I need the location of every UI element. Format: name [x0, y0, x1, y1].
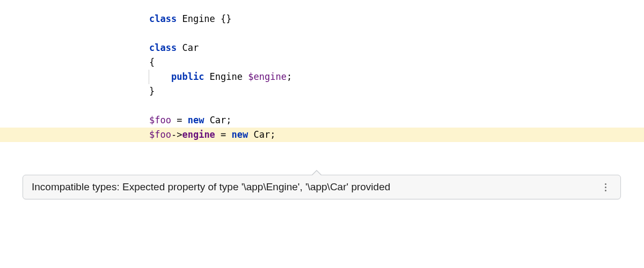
- tooltip-body: Incompatible types: Expected property of…: [23, 175, 621, 199]
- dot-icon: [605, 183, 606, 185]
- var-foo: $foo: [149, 115, 171, 125]
- prop-engine: engine: [182, 129, 215, 140]
- code-line[interactable]: }: [0, 84, 644, 99]
- inspection-tooltip: Incompatible types: Expected property of…: [23, 175, 621, 199]
- code-line-blank[interactable]: [0, 26, 644, 41]
- type-car: Car: [177, 42, 199, 53]
- dot-icon: [605, 187, 606, 188]
- op-assign: =: [171, 115, 188, 125]
- type-engine: Engine: [204, 71, 248, 82]
- tooltip-message: Incompatible types: Expected property of…: [32, 181, 590, 193]
- keyword-public: public: [171, 71, 204, 82]
- brace-close: }: [149, 86, 155, 96]
- code-line-blank[interactable]: [0, 99, 644, 113]
- op-arrow: ->: [171, 129, 182, 140]
- type-engine: Engine: [177, 13, 221, 24]
- code-line[interactable]: {: [0, 55, 644, 70]
- code-editor[interactable]: class Engine {} class Car { public Engin…: [0, 0, 644, 142]
- semicolon: ;: [270, 129, 275, 140]
- type-car: Car: [248, 129, 270, 140]
- keyword-class: class: [149, 13, 177, 24]
- dot-icon: [605, 190, 606, 191]
- tooltip-arrow-inner: [312, 171, 321, 176]
- code-line[interactable]: $foo = new Car;: [0, 113, 644, 128]
- type-car: Car: [204, 115, 226, 125]
- indent: [149, 71, 171, 82]
- var-engine: $engine: [248, 71, 287, 82]
- keyword-class: class: [149, 42, 177, 53]
- semicolon: ;: [287, 71, 292, 82]
- brace-open: {: [149, 57, 155, 68]
- op-assign: =: [215, 129, 232, 140]
- code-line[interactable]: public Engine $engine;: [0, 70, 644, 84]
- code-line[interactable]: class Car: [0, 41, 644, 55]
- braces: {}: [221, 13, 231, 24]
- code-line-highlighted[interactable]: $foo->engine = new Car;: [0, 128, 644, 142]
- semicolon: ;: [226, 115, 231, 125]
- var-foo: $foo: [149, 129, 171, 140]
- keyword-new: new: [232, 129, 248, 140]
- code-line[interactable]: class Engine {}: [0, 12, 644, 26]
- more-actions-button[interactable]: [599, 181, 612, 193]
- keyword-new: new: [188, 115, 204, 125]
